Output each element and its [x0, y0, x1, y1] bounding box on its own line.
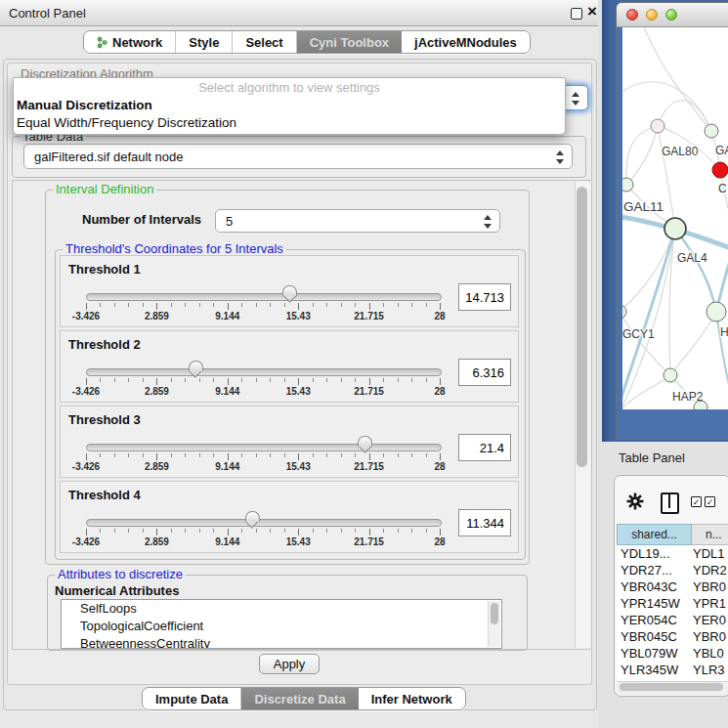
- tick-label: 28: [434, 536, 445, 547]
- slider-ticks: [86, 378, 440, 385]
- table-row[interactable]: YPR145WYPR1: [617, 595, 728, 612]
- table-data-combobox[interactable]: galFiltered.sif default node: [23, 144, 573, 169]
- slider-handle[interactable]: [358, 436, 372, 453]
- table-row[interactable]: YDL19...YDL1: [617, 545, 728, 562]
- apply-button[interactable]: Apply: [259, 654, 320, 674]
- tab-select[interactable]: Select: [233, 31, 296, 53]
- float-window-icon[interactable]: [571, 8, 582, 20]
- network-edge: [626, 126, 658, 185]
- tab-network[interactable]: Network: [84, 31, 176, 53]
- slider-handle[interactable]: [189, 361, 203, 378]
- number-of-intervals-combobox[interactable]: 5: [215, 209, 500, 233]
- attribute-item[interactable]: TopologicalCoefficient: [62, 618, 501, 635]
- network-canvas[interactable]: GAL80GACGAL11GAL4GCY1HHAP2: [622, 27, 728, 409]
- cell-shared-name: YDR27...: [617, 562, 693, 578]
- horizontal-scrollbar-thumb[interactable]: [620, 683, 723, 691]
- network-node[interactable]: [712, 162, 728, 178]
- network-node[interactable]: [664, 218, 686, 239]
- tab-cyni-toolbox[interactable]: Cyni Toolbox: [297, 31, 402, 53]
- tick-label: 9.144: [215, 386, 239, 397]
- close-icon[interactable]: ×: [587, 2, 597, 21]
- table-row[interactable]: YBR045CYBR0: [617, 628, 728, 645]
- network-edge: [716, 312, 728, 389]
- cell-shared-name: YBL079W: [617, 645, 693, 662]
- threshold-value-input[interactable]: [458, 283, 511, 311]
- column-header-name[interactable]: n...: [692, 524, 728, 545]
- tick-label: 2.859: [145, 536, 169, 547]
- tick-label: 15.43: [286, 311, 311, 321]
- tab-discretize-data[interactable]: Discretize Data: [241, 688, 358, 709]
- table-header-row: shared... n...: [617, 524, 728, 545]
- slider-handle[interactable]: [245, 511, 260, 529]
- top-tab-bar: NetworkStyleSelectCyni ToolboxjActiveMNo…: [83, 30, 531, 54]
- tab-infer-network[interactable]: Infer Network: [359, 688, 465, 709]
- column-layout-icon[interactable]: [661, 492, 679, 514]
- network-node[interactable]: [694, 401, 707, 409]
- tick-label: -3.426: [72, 461, 100, 472]
- table-row[interactable]: YER054CYER0: [617, 612, 728, 628]
- attributes-group-label: Attributes to discretize: [55, 568, 186, 580]
- control-panel-titlebar: Control Panel ×: [0, 0, 598, 26]
- slider-tick-labels: -3.4262.8599.14415.4321.71528: [86, 536, 440, 548]
- thresholds-group-label: Threshold's Coordinates for 5 Intervals: [63, 242, 286, 255]
- cell-shared-name: YER054C: [617, 612, 693, 628]
- attribute-item[interactable]: SelfLoops: [62, 600, 501, 618]
- network-node[interactable]: [651, 119, 664, 133]
- table-row[interactable]: YBR043CYBR0: [617, 578, 728, 595]
- tab-label: Discretize Data: [254, 692, 345, 707]
- tick-label: -3.426: [72, 386, 100, 397]
- dropdown-option[interactable]: Equal Width/Frequency Discretization: [14, 114, 565, 132]
- attributes-scrollbar-thumb[interactable]: [491, 603, 498, 624]
- combo-spinner-icon: [483, 214, 492, 230]
- table-row[interactable]: YDR27...YDR2: [617, 562, 728, 578]
- combo-spinner-icon: [555, 150, 564, 165]
- dropdown-option[interactable]: Manual Discretization: [14, 97, 565, 114]
- network-node-label: H: [720, 325, 728, 339]
- threshold-row: Threshold 2 -3.4262.8599.14415.4321.7152…: [60, 330, 519, 403]
- network-node[interactable]: [707, 302, 726, 321]
- vertical-scrollbar-thumb[interactable]: [577, 187, 587, 467]
- close-window-icon[interactable]: [626, 9, 638, 21]
- checkbox-icon[interactable]: ✓: [705, 496, 715, 507]
- gear-icon[interactable]: [626, 492, 644, 510]
- attributes-scrollbar[interactable]: [488, 601, 500, 647]
- tick-label: -3.426: [72, 311, 100, 321]
- network-node[interactable]: [622, 178, 633, 192]
- threshold-value-input[interactable]: [458, 509, 511, 536]
- threshold-value-input[interactable]: [458, 434, 511, 461]
- tick-label: 21.715: [354, 311, 384, 321]
- interval-definition-group-label: Interval Definition: [53, 183, 156, 195]
- network-node[interactable]: [622, 305, 626, 319]
- tick-label: 2.859: [145, 461, 169, 472]
- tab-label: jActiveMNodules: [414, 35, 517, 50]
- tab-jactivemnodules[interactable]: jActiveMNodules: [402, 31, 530, 53]
- slider-track[interactable]: [86, 293, 442, 301]
- threshold-value-input[interactable]: [458, 359, 511, 386]
- checkbox-icon[interactable]: ✓: [691, 496, 702, 507]
- dropdown-placeholder: Select algorithm to view settings: [14, 78, 565, 97]
- attribute-item[interactable]: BetweennessCentrality: [62, 635, 501, 649]
- tick-label: 9.144: [215, 536, 239, 547]
- threshold-label: Threshold 2: [68, 337, 141, 352]
- cell-name: YLR3: [693, 662, 725, 678]
- slider-track[interactable]: [86, 444, 442, 451]
- numerical-attributes-list: SelfLoopsTopologicalCoefficientBetweenne…: [61, 599, 502, 649]
- network-node[interactable]: [705, 124, 718, 138]
- slider-track[interactable]: [86, 519, 442, 527]
- tab-label: Style: [189, 35, 219, 50]
- table-row[interactable]: YBL079WYBL0: [617, 645, 728, 662]
- number-of-intervals-label: Number of Intervals: [82, 212, 201, 227]
- table-row[interactable]: YLR345WYLR3: [617, 662, 728, 678]
- cell-name: YBR0: [693, 628, 726, 645]
- column-header-shared-name[interactable]: shared...: [617, 524, 692, 545]
- threshold-row: Threshold 4 -3.4262.8599.14415.4321.7152…: [60, 481, 519, 553]
- minimize-window-icon[interactable]: [646, 9, 658, 21]
- tab-style[interactable]: Style: [176, 31, 233, 53]
- network-node-label: C: [718, 182, 727, 195]
- slider-handle[interactable]: [282, 285, 297, 303]
- slider-track[interactable]: [86, 368, 442, 376]
- zoom-window-icon[interactable]: [665, 9, 677, 21]
- network-window-titlebar[interactable]: [617, 3, 728, 27]
- network-node[interactable]: [664, 368, 677, 382]
- tab-impute-data[interactable]: Impute Data: [143, 688, 241, 709]
